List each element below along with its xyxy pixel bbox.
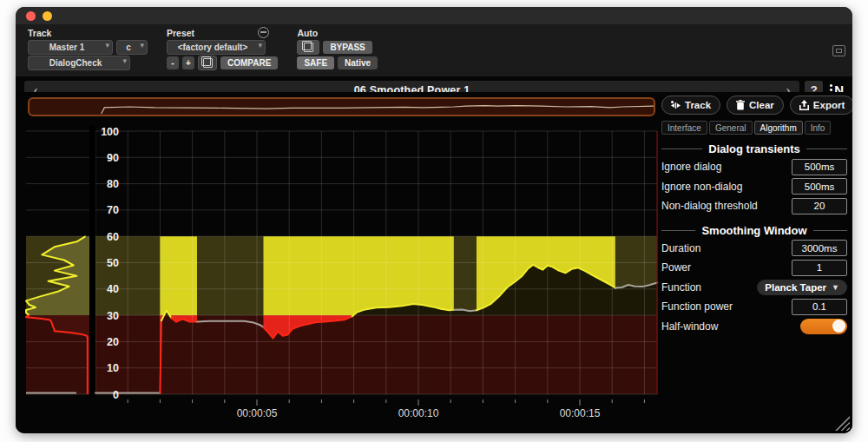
preset-menu-icon[interactable]: [258, 27, 269, 38]
track-flag-icon: [671, 101, 681, 110]
tab-algorithm[interactable]: Algorithm: [754, 121, 803, 135]
safe-button[interactable]: SAFE: [297, 56, 334, 69]
chevron-down-icon: ▼: [832, 283, 839, 292]
svg-text:50: 50: [107, 257, 119, 269]
track-button[interactable]: Track: [661, 96, 720, 115]
preset-select[interactable]: <factory default>: [167, 40, 266, 55]
track-select[interactable]: Master 1: [28, 40, 113, 55]
track-group: Track Master 1 c DialogCheck: [28, 27, 148, 74]
svg-text:80: 80: [107, 178, 119, 190]
setting-row: Non-dialog threshold 20: [661, 196, 847, 216]
preset-prev-button[interactable]: -: [167, 56, 179, 69]
overview-waveform: [30, 99, 654, 115]
minimize-window-icon[interactable]: [43, 11, 52, 21]
macos-titlebar: [16, 7, 852, 24]
compare-button[interactable]: COMPARE: [220, 56, 278, 69]
power-chart[interactable]: 010203040506070809010000:00:0500:00:1000…: [24, 120, 663, 422]
svg-text:100: 100: [101, 126, 119, 138]
tab-info[interactable]: Info: [805, 121, 832, 135]
copy-icon: [304, 43, 313, 52]
auto-copy-button[interactable]: [297, 40, 319, 55]
section-title: Smoothing Window: [661, 224, 847, 237]
preset-next-button[interactable]: +: [182, 56, 194, 69]
setting-row: Function Planck Taper ▼: [661, 278, 847, 298]
window-mode-icon[interactable]: [832, 45, 845, 56]
host-toolbar: Track Master 1 c DialogCheck Preset <fac…: [16, 24, 852, 76]
resize-handle[interactable]: [835, 416, 850, 431]
close-window-icon[interactable]: [26, 11, 36, 21]
preset-group: Preset <factory default> - + COMPARE: [167, 27, 278, 74]
power-chart-svg: 010203040506070809010000:00:0500:00:1000…: [24, 120, 663, 422]
plugin-select[interactable]: DialogCheck: [28, 56, 130, 70]
setting-row: Duration 3000ms: [661, 239, 847, 259]
setting-row: Power 1: [661, 258, 847, 278]
section-title: Dialog transients: [661, 142, 847, 155]
svg-text:40: 40: [107, 283, 119, 295]
power-field[interactable]: 1: [792, 260, 847, 276]
auto-group-label: Auto: [297, 27, 378, 38]
ignore-dialog-field[interactable]: 500ms: [792, 159, 847, 175]
svg-text:60: 60: [107, 231, 119, 243]
function-power-field[interactable]: 0.1: [792, 299, 847, 315]
half-window-toggle[interactable]: [800, 319, 847, 334]
function-dropdown[interactable]: Planck Taper ▼: [757, 280, 847, 295]
svg-text:10: 10: [107, 362, 119, 374]
settings-panel: Track Clear Export ⚙ Interface General A…: [661, 96, 847, 336]
ignore-non-dialog-field[interactable]: 500ms: [792, 178, 847, 195]
svg-text:0: 0: [113, 389, 119, 401]
tab-general[interactable]: General: [709, 121, 753, 135]
svg-text:00:00:05: 00:00:05: [237, 407, 278, 419]
setting-row: Half-window: [661, 317, 847, 337]
trash-icon: [736, 100, 745, 110]
preset-group-label: Preset: [167, 28, 194, 38]
non-dialog-threshold-field[interactable]: 20: [792, 198, 847, 214]
svg-text:20: 20: [107, 336, 119, 348]
setting-row: Function power 0.1: [661, 297, 847, 317]
native-button[interactable]: Native: [338, 56, 378, 69]
clear-button[interactable]: Clear: [727, 96, 784, 115]
channel-select[interactable]: c: [116, 40, 148, 55]
overview-strip[interactable]: [28, 97, 655, 116]
settings-tabs: Interface General Algorithm Info: [661, 121, 847, 135]
svg-text:30: 30: [107, 310, 119, 322]
track-group-label: Track: [28, 27, 148, 38]
toggle-knob: [832, 320, 845, 333]
setting-row: Ignore dialog 500ms: [661, 157, 847, 177]
tab-interface[interactable]: Interface: [661, 121, 707, 135]
plugin-window: Track Master 1 c DialogCheck Preset <fac…: [16, 7, 852, 433]
bypass-button[interactable]: BYPASS: [323, 41, 372, 54]
export-button[interactable]: Export: [790, 96, 852, 115]
svg-text:70: 70: [107, 204, 119, 216]
svg-text:00:00:15: 00:00:15: [560, 407, 601, 419]
copy-icon: [203, 58, 213, 68]
preset-copy-button[interactable]: [198, 56, 217, 70]
setting-row: Ignore non-dialog 500ms: [661, 177, 847, 197]
svg-text:90: 90: [107, 152, 119, 164]
auto-group: Auto BYPASS SAFE Native: [297, 27, 378, 74]
export-icon: [799, 100, 809, 110]
plugin-content: 010203040506070809010000:00:0500:00:1000…: [16, 92, 852, 433]
duration-field[interactable]: 3000ms: [792, 240, 847, 256]
svg-text:00:00:10: 00:00:10: [398, 407, 439, 419]
